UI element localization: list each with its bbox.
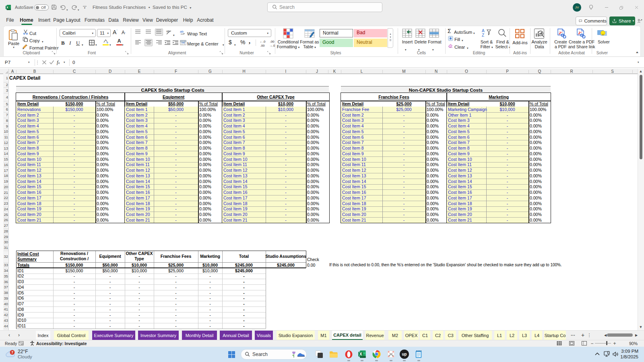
svg-text:7: 7 bbox=[11, 350, 13, 354]
svg-text:Z: Z bbox=[482, 33, 484, 37]
svg-text:ab: ab bbox=[180, 30, 184, 33]
svg-text:A: A bbox=[482, 29, 485, 33]
svg-text:X: X bbox=[6, 6, 8, 9]
svg-text:ab: ab bbox=[166, 29, 170, 33]
svg-text:X: X bbox=[359, 352, 362, 356]
